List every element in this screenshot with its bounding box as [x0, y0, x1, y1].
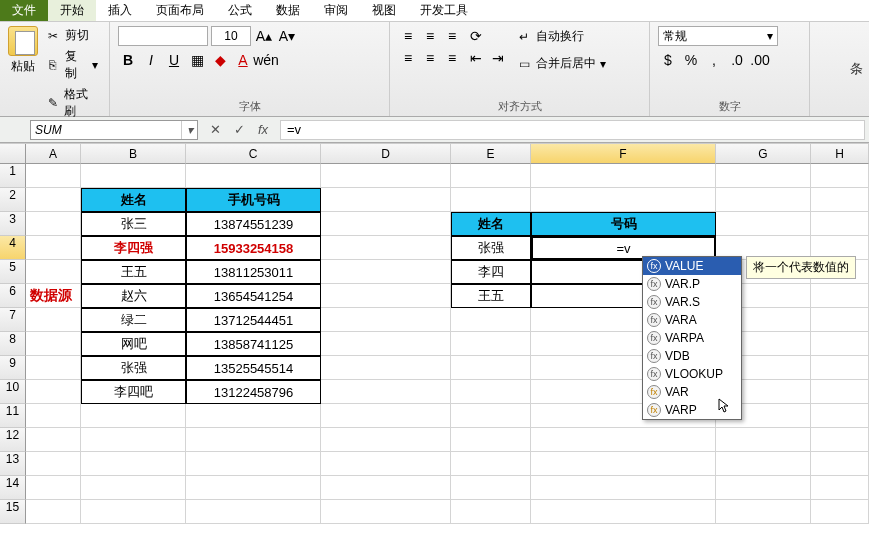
cell[interactable]: [81, 164, 186, 188]
cell[interactable]: [811, 380, 869, 404]
cell[interactable]: 号码: [531, 212, 716, 236]
autocomplete-item[interactable]: fxVARA: [643, 311, 741, 329]
cell[interactable]: 张三: [81, 212, 186, 236]
autocomplete-item[interactable]: fxVLOOKUP: [643, 365, 741, 383]
cell[interactable]: [26, 236, 81, 260]
copy-button[interactable]: ⎘复制▾: [42, 47, 101, 83]
cell[interactable]: 13811253011: [186, 260, 321, 284]
col-header-e[interactable]: E: [451, 144, 531, 164]
cell[interactable]: 李四: [451, 260, 531, 284]
col-header-g[interactable]: G: [716, 144, 811, 164]
cell[interactable]: [531, 500, 716, 524]
cell[interactable]: [451, 308, 531, 332]
fill-color-button[interactable]: ◆: [210, 50, 230, 70]
number-format-combo[interactable]: 常规▾: [658, 26, 778, 46]
row-header[interactable]: 11: [0, 404, 26, 428]
cell[interactable]: [811, 284, 869, 308]
cell[interactable]: [26, 380, 81, 404]
cell[interactable]: [321, 476, 451, 500]
cell[interactable]: [716, 476, 811, 500]
cell[interactable]: [26, 164, 81, 188]
tab-insert[interactable]: 插入: [96, 0, 144, 21]
cell[interactable]: [321, 452, 451, 476]
formula-autocomplete[interactable]: fxVALUEfxVAR.PfxVAR.SfxVARAfxVARPAfxVDBf…: [642, 256, 742, 420]
cell[interactable]: [321, 428, 451, 452]
align-middle-button[interactable]: ≡: [420, 26, 440, 46]
cell[interactable]: [26, 260, 81, 284]
wrap-text-button[interactable]: ↵自动换行: [512, 26, 610, 47]
cell[interactable]: [811, 188, 869, 212]
align-center-button[interactable]: ≡: [420, 48, 440, 68]
underline-button[interactable]: U: [164, 50, 184, 70]
align-right-button[interactable]: ≡: [442, 48, 462, 68]
cell[interactable]: [811, 212, 869, 236]
cell[interactable]: 李四强: [81, 236, 186, 260]
grow-font-button[interactable]: A▴: [254, 26, 274, 46]
cell[interactable]: 绿二: [81, 308, 186, 332]
cell[interactable]: [186, 452, 321, 476]
cell[interactable]: 数据源: [26, 284, 81, 308]
cell[interactable]: [321, 404, 451, 428]
cell[interactable]: [451, 500, 531, 524]
increase-decimal-button[interactable]: .0: [727, 50, 747, 70]
tab-dev[interactable]: 开发工具: [408, 0, 480, 21]
cell[interactable]: [81, 476, 186, 500]
autocomplete-item[interactable]: fxVAR.S: [643, 293, 741, 311]
cell[interactable]: [321, 356, 451, 380]
tab-data[interactable]: 数据: [264, 0, 312, 21]
cell[interactable]: [321, 236, 451, 260]
cell[interactable]: [26, 500, 81, 524]
cell[interactable]: [321, 260, 451, 284]
cell[interactable]: [81, 500, 186, 524]
cell[interactable]: [716, 212, 811, 236]
row-header[interactable]: 6: [0, 284, 26, 308]
tab-file[interactable]: 文件: [0, 0, 48, 21]
cell[interactable]: [186, 476, 321, 500]
tab-home[interactable]: 开始: [48, 0, 96, 21]
cell[interactable]: 13525545514: [186, 356, 321, 380]
cell[interactable]: [321, 188, 451, 212]
cell[interactable]: 网吧: [81, 332, 186, 356]
cell[interactable]: [26, 332, 81, 356]
currency-button[interactable]: $: [658, 50, 678, 70]
cell[interactable]: [321, 380, 451, 404]
insert-function-button[interactable]: fx: [254, 121, 272, 139]
cell[interactable]: 李四吧: [81, 380, 186, 404]
font-color-button[interactable]: A: [233, 50, 253, 70]
border-button[interactable]: ▦: [187, 50, 207, 70]
cell[interactable]: [811, 428, 869, 452]
cell[interactable]: 王五: [451, 284, 531, 308]
cell[interactable]: 13874551239: [186, 212, 321, 236]
cell[interactable]: [531, 452, 716, 476]
col-header-a[interactable]: A: [26, 144, 81, 164]
cell[interactable]: [186, 500, 321, 524]
align-left-button[interactable]: ≡: [398, 48, 418, 68]
cell[interactable]: [716, 164, 811, 188]
cell[interactable]: [321, 284, 451, 308]
cell[interactable]: [451, 188, 531, 212]
cell[interactable]: [451, 332, 531, 356]
cell[interactable]: [321, 308, 451, 332]
cell[interactable]: [321, 500, 451, 524]
italic-button[interactable]: I: [141, 50, 161, 70]
row-header[interactable]: 9: [0, 356, 26, 380]
orientation-button[interactable]: ⟳: [466, 26, 486, 46]
percent-button[interactable]: %: [681, 50, 701, 70]
cell[interactable]: [321, 212, 451, 236]
col-header-f[interactable]: F: [531, 144, 716, 164]
cell[interactable]: [811, 452, 869, 476]
row-header[interactable]: 1: [0, 164, 26, 188]
decrease-decimal-button[interactable]: .00: [750, 50, 770, 70]
col-header-b[interactable]: B: [81, 144, 186, 164]
format-painter-button[interactable]: ✎格式刷: [42, 85, 101, 121]
cell[interactable]: 13712544451: [186, 308, 321, 332]
row-header[interactable]: 3: [0, 212, 26, 236]
col-header-c[interactable]: C: [186, 144, 321, 164]
cell[interactable]: [186, 428, 321, 452]
tab-formulas[interactable]: 公式: [216, 0, 264, 21]
cell[interactable]: [531, 428, 716, 452]
cell[interactable]: [716, 428, 811, 452]
cell[interactable]: [811, 476, 869, 500]
enter-formula-button[interactable]: ✓: [230, 121, 248, 139]
cell[interactable]: [26, 308, 81, 332]
